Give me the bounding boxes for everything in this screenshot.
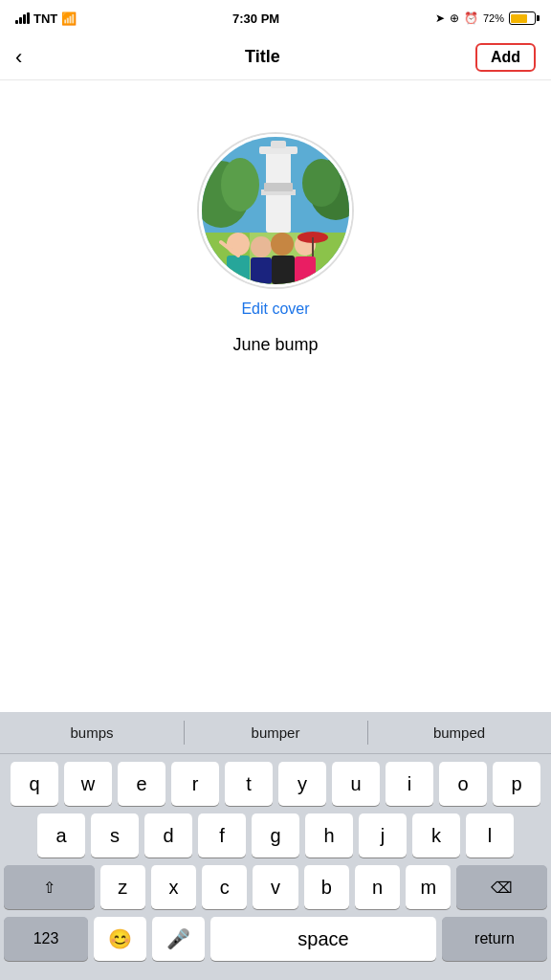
suggestion-bumped[interactable]: bumped <box>367 712 551 753</box>
battery-percent: 72% <box>483 12 504 24</box>
key-row-1: q w e r t y u i o p <box>4 762 547 806</box>
key-c[interactable]: c <box>202 865 247 909</box>
key-q[interactable]: q <box>11 762 58 806</box>
carrier-label: TNT <box>33 11 57 26</box>
keys-area: q w e r t y u i o p a s d f g h j k l ⇧ … <box>0 754 551 980</box>
svg-point-14 <box>251 236 272 257</box>
key-a[interactable]: a <box>37 813 85 858</box>
svg-rect-13 <box>227 256 250 284</box>
key-row-bottom: 123 😊 🎤 space return <box>4 917 547 976</box>
headset-icon: ⊕ <box>450 11 459 25</box>
microphone-key[interactable]: 🎤 <box>152 917 205 961</box>
key-v[interactable]: v <box>253 865 298 909</box>
key-r[interactable]: r <box>171 762 219 806</box>
add-button[interactable]: Add <box>475 43 536 72</box>
status-left: TNT 📶 <box>15 11 77 26</box>
key-p[interactable]: p <box>493 762 540 806</box>
key-x[interactable]: x <box>151 865 196 909</box>
suggestion-bumps[interactable]: bumps <box>0 712 184 753</box>
key-z[interactable]: z <box>100 865 145 909</box>
main-content: Edit cover <box>0 80 551 355</box>
key-m[interactable]: m <box>406 865 451 909</box>
key-f[interactable]: f <box>198 813 246 858</box>
status-bar: TNT 📶 7:30 PM ➤ ⊕ ⏰ 72% <box>0 0 551 34</box>
keyboard: bumps bumper bumped q w e r t y u i o p … <box>0 712 551 980</box>
signal-icon <box>15 12 30 24</box>
shift-key[interactable]: ⇧ <box>4 865 95 909</box>
suggestion-bumper[interactable]: bumper <box>184 712 367 753</box>
svg-rect-5 <box>264 183 293 191</box>
key-k[interactable]: k <box>412 813 460 858</box>
key-row-3: ⇧ z x c v b n m ⌫ <box>4 865 547 909</box>
key-b[interactable]: b <box>304 865 349 909</box>
key-s[interactable]: s <box>91 813 139 858</box>
backspace-key[interactable]: ⌫ <box>456 865 547 909</box>
album-title-input[interactable] <box>132 335 419 355</box>
key-e[interactable]: e <box>118 762 165 806</box>
battery-icon <box>509 11 536 25</box>
key-row-2: a s d f g h j k l <box>4 813 547 858</box>
svg-rect-3 <box>271 141 286 148</box>
alarm-icon: ⏰ <box>464 11 478 25</box>
status-right: ➤ ⊕ ⏰ 72% <box>435 11 536 25</box>
svg-rect-17 <box>272 256 295 284</box>
key-n[interactable]: n <box>355 865 400 909</box>
location-icon: ➤ <box>435 11 445 25</box>
key-w[interactable]: w <box>64 762 112 806</box>
space-key[interactable]: space <box>210 917 436 961</box>
key-d[interactable]: d <box>144 813 192 858</box>
suggestions-bar: bumps bumper bumped <box>0 712 551 754</box>
key-t[interactable]: t <box>225 762 273 806</box>
return-key[interactable]: return <box>442 917 547 961</box>
key-l[interactable]: l <box>466 813 514 858</box>
key-g[interactable]: g <box>252 813 299 858</box>
key-y[interactable]: y <box>278 762 326 806</box>
svg-point-7 <box>221 158 259 212</box>
wifi-icon: 📶 <box>61 11 77 26</box>
svg-rect-19 <box>295 256 316 283</box>
back-button[interactable]: ‹ <box>15 45 50 70</box>
key-j[interactable]: j <box>359 813 407 858</box>
key-h[interactable]: h <box>305 813 353 858</box>
key-u[interactable]: u <box>332 762 380 806</box>
page-title: Title <box>245 47 280 67</box>
numbers-key[interactable]: 123 <box>4 917 88 961</box>
cover-photo <box>199 134 352 287</box>
status-time: 7:30 PM <box>232 11 279 26</box>
svg-rect-15 <box>251 257 272 284</box>
nav-bar: ‹ Title Add <box>0 34 551 80</box>
key-o[interactable]: o <box>439 762 487 806</box>
svg-point-9 <box>302 159 341 207</box>
key-i[interactable]: i <box>386 762 433 806</box>
cover-photo-image <box>202 137 352 287</box>
svg-point-16 <box>271 233 294 256</box>
emoji-key[interactable]: 😊 <box>94 917 146 961</box>
edit-cover-button[interactable]: Edit cover <box>241 301 309 318</box>
svg-point-12 <box>227 233 250 256</box>
